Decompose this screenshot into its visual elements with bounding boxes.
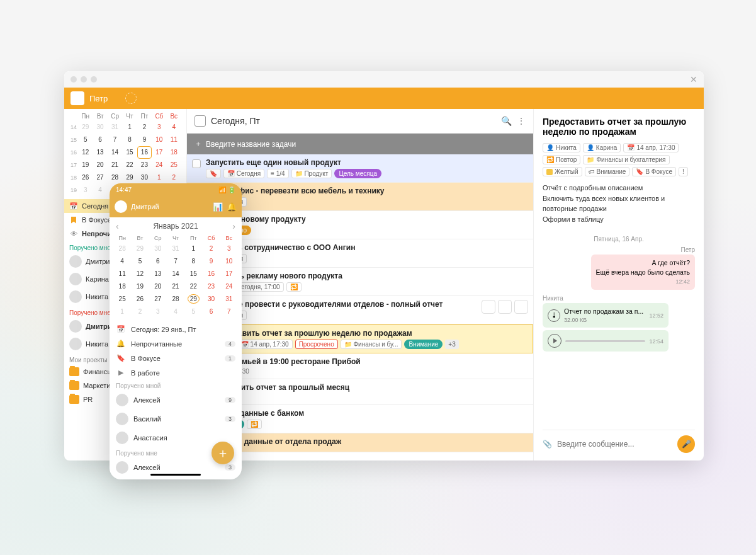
tool-icon[interactable]: [498, 300, 512, 314]
task-checkbox[interactable]: [192, 159, 201, 168]
mobile-overlay: 14:47📶 🔋 Дмитрий 📊 🔔 ‹ Январь 2021 › ПнВ…: [110, 183, 242, 479]
message-input-row: 📎 🎤: [543, 430, 695, 453]
more-icon[interactable]: ⋮: [517, 116, 526, 126]
detail-title: Предоставить отчет за прошлую неделю по …: [543, 117, 695, 137]
chip-repeat[interactable]: 🔁 Повтор: [543, 155, 580, 164]
chip-folder[interactable]: 📁 Финансы и бухгалтерия: [583, 155, 669, 164]
new-task-input[interactable]: ＋ Введите название задачи: [187, 134, 533, 154]
mobile-calendar[interactable]: ПнВтСрЧтПтСбВс 2829303112345678910111213…: [110, 235, 242, 322]
chip-tag[interactable]: 🏷 Внимание: [585, 167, 630, 176]
chat-date: Пятница, 16 Апр.: [543, 236, 695, 243]
mobile-user[interactable]: Алексей9: [110, 391, 242, 409]
download-icon[interactable]: ⭳: [548, 309, 560, 322]
chip-priority[interactable]: !: [679, 167, 688, 176]
list-title: Сегодня, Пт: [211, 116, 260, 126]
app-header: Петр: [64, 88, 704, 109]
calendar-icon[interactable]: [195, 115, 206, 127]
home-indicator: [150, 474, 201, 476]
tool-icon[interactable]: [482, 300, 495, 314]
chat-message[interactable]: А где отчёт? Ещё вчера надо было сделать…: [591, 255, 695, 290]
next-month-icon[interactable]: ›: [232, 221, 235, 231]
search-icon[interactable]: 🔍: [501, 116, 512, 126]
tool-icon[interactable]: [514, 300, 528, 314]
chat-file[interactable]: ⭳ Отчет по продажам за п... 32.00 КБ 12:…: [543, 303, 669, 328]
mobile-statusbar: 14:47📶 🔋: [110, 183, 242, 196]
chart-icon[interactable]: 📊: [213, 202, 223, 212]
task-detail-pane: Предоставить отчет за прошлую неделю по …: [534, 109, 704, 461]
chip-date[interactable]: 📅 14 апр, 17:30: [623, 143, 679, 152]
user-name: Петр: [89, 94, 108, 103]
chip-assignee[interactable]: 👤 Карина: [583, 143, 621, 152]
mobile-focus[interactable]: 🔖В Фокусе1: [110, 351, 242, 365]
sync-icon[interactable]: [125, 93, 137, 104]
chat-audio[interactable]: 12:54: [543, 330, 669, 352]
mobile-month-nav[interactable]: ‹ Январь 2021 ›: [110, 217, 242, 235]
avatar[interactable]: [115, 200, 127, 213]
mobile-unread[interactable]: 🔔Непрочитанные4: [110, 336, 242, 351]
chip-focus[interactable]: 🔖 В Фокусе: [632, 167, 676, 176]
message-input[interactable]: [557, 440, 672, 449]
mobile-inwork[interactable]: ▶В работе: [110, 365, 242, 380]
plus-icon: ＋: [195, 139, 202, 149]
close-icon[interactable]: ✕: [690, 74, 697, 84]
prev-month-icon[interactable]: ‹: [116, 221, 119, 231]
avatar[interactable]: [71, 91, 84, 105]
mobile-user[interactable]: Василий3: [110, 409, 242, 428]
chip-color[interactable]: Желтый: [543, 167, 582, 176]
fab-add-button[interactable]: ＋: [212, 442, 234, 464]
bell-icon[interactable]: 🔔: [227, 202, 237, 212]
titlebar: ✕: [64, 71, 704, 88]
mic-button[interactable]: 🎤: [677, 435, 695, 453]
task-description: Отчёт с подробным описанием Включить туд…: [543, 183, 695, 224]
chip-assignee[interactable]: 👤 Никита: [543, 143, 580, 152]
play-icon[interactable]: [548, 334, 561, 348]
task-row[interactable]: Запустить еще один новый продукт🔖 📅 Сего…: [187, 154, 533, 183]
mobile-user[interactable]: Василий: [110, 477, 242, 479]
attach-icon[interactable]: 📎: [543, 440, 552, 449]
mobile-today[interactable]: 📅Сегодня: 29 янв., Пт: [110, 322, 242, 336]
mobile-header: Дмитрий 📊 🔔: [110, 196, 242, 217]
